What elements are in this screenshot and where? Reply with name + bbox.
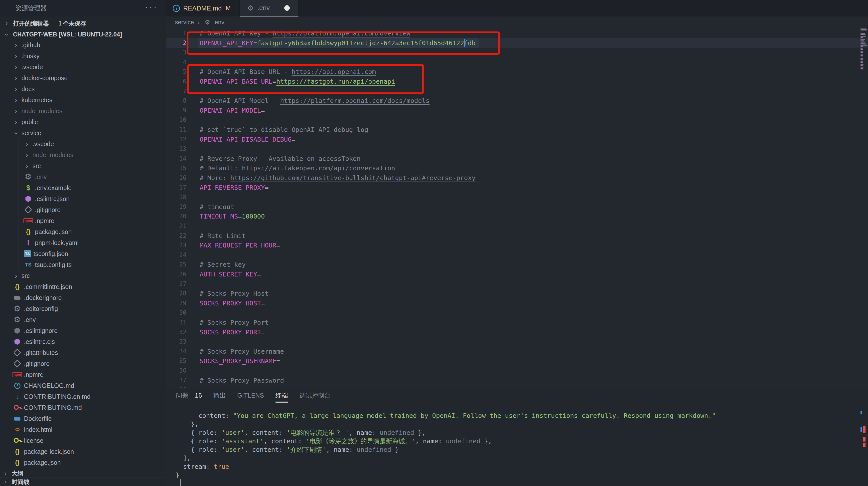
code-editor[interactable]: 1234567891011121314151617181920212223242… [166, 28, 868, 388]
tree-item-.dockerignore[interactable]: .dockerignore [0, 292, 166, 303]
tree-item-.env.example[interactable]: .env.example [0, 182, 166, 193]
code-line-22[interactable]: # Rate Limit [200, 231, 246, 241]
token-cm: # More: [200, 174, 230, 181]
code-line-32[interactable]: SOCKS_PROXY_PORT= [200, 327, 265, 337]
tree-item-.gitignore[interactable]: .gitignore [0, 358, 166, 369]
tree-item-.vscode[interactable]: ›.vscode [0, 138, 166, 149]
code-line-16[interactable]: # More: https://github.com/transitive-bu… [200, 173, 475, 183]
code-line-14[interactable]: # Reverse Proxy - Available on accessTok… [200, 154, 361, 164]
code-line-23[interactable]: MAX_REQUEST_PER_HOUR= [200, 240, 280, 250]
tree-item-label: .env.example [35, 182, 72, 193]
tree-item-.gitattributes[interactable]: .gitattributes [0, 347, 166, 358]
chevron-right-icon: › [24, 149, 30, 160]
code-line-38[interactable]: SOCKS_PROXY_PASSWORD= [200, 385, 280, 388]
code-line-9[interactable]: OPENAI_API_MODEL= [200, 106, 265, 115]
tree-item-package.json[interactable]: package.json [0, 457, 166, 468]
token-op: = [257, 270, 261, 278]
minimap-line-mark [861, 40, 864, 41]
tree-item-label: .vscode [32, 138, 54, 149]
breadcrumb-folder[interactable]: service [175, 19, 194, 26]
tree-item-.npmrc[interactable]: .npmrc [0, 369, 166, 380]
tree-item-contributing.en.md[interactable]: CONTRIBUTING.en.md [0, 391, 166, 402]
terminal-token-p: , content: [244, 446, 286, 453]
terminal-output[interactable]: content: "You are ChatGPT, a large langu… [176, 411, 716, 479]
code-line-19[interactable]: # timeout [200, 202, 234, 212]
code-line-11[interactable]: # set `true` to disable OpenAI API debug… [200, 125, 368, 135]
line-number: 36 [166, 366, 186, 376]
tree-item-contributing.md[interactable]: CONTRIBUTING.md [0, 402, 166, 413]
minimap[interactable] [860, 28, 868, 388]
tree-item-service[interactable]: ›service [0, 127, 166, 138]
tree-item-label: CHANGELOG.md [24, 380, 74, 391]
npm-icon [24, 217, 32, 225]
breadcrumb-file[interactable]: .env [213, 19, 224, 26]
tree-item-label: .gitignore [35, 204, 61, 215]
more-actions-icon[interactable]: ··· [145, 2, 158, 12]
code-line-37[interactable]: # Socks Proxy Password [200, 376, 284, 385]
panel-tab-终端[interactable]: 终端 [276, 388, 288, 403]
tree-item-.github[interactable]: ›.github [0, 39, 166, 51]
tree-item-license[interactable]: license [0, 435, 166, 446]
tree-item-package-lock.json[interactable]: package-lock.json [0, 446, 166, 457]
tree-item-changelog.md[interactable]: CHANGELOG.md [0, 380, 166, 391]
code-line-28[interactable]: # Socks Proxy Host [200, 289, 269, 298]
tree-item-docs[interactable]: ›docs [0, 83, 166, 94]
code-line-12[interactable]: OPENAI_API_DISABLE_DEBUG= [200, 135, 296, 144]
code-line-31[interactable]: # Socks Proxy Port [200, 318, 269, 327]
code-line-26[interactable]: AUTH_SECRET_KEY= [200, 269, 261, 279]
terminal-line-8: } [176, 471, 716, 479]
tree-item-docker-compose[interactable]: ›docker-compose [0, 73, 166, 83]
tree-item-dockerfile[interactable]: Dockerfile [0, 413, 166, 424]
tree-item-.editorconfig[interactable]: .editorconfig [0, 303, 166, 314]
tree-item-src[interactable]: ›src [0, 270, 166, 281]
tree-item-.eslintrc.cjs[interactable]: .eslintrc.cjs [0, 336, 166, 347]
tab-.env[interactable]: .env [240, 0, 299, 17]
open-editors-section[interactable]: ›打开的编辑器1 个未保存 [0, 18, 166, 28]
unsaved-dot-icon[interactable] [284, 5, 290, 11]
code-line-25[interactable]: # Secret key [200, 260, 246, 269]
line-number: 25 [166, 260, 186, 269]
terminal-token-p: { role: [176, 446, 221, 453]
panel-tab-label: 问题 [176, 391, 188, 400]
tree-item-.vscode[interactable]: ›.vscode [0, 61, 166, 73]
tree-item-.husky[interactable]: ›.husky [0, 51, 166, 61]
line-number: 5 [166, 67, 186, 77]
code-line-29[interactable]: SOCKS_PROXY_HOST= [200, 298, 265, 308]
panel-tab-问题[interactable]: 问题16 [176, 388, 202, 403]
tree-item-kubernetes[interactable]: ›kubernetes [0, 94, 166, 105]
code-line-15[interactable]: # Default: https://ai.fakeopen.com/api/c… [200, 163, 395, 173]
chevron-right-icon: › [13, 83, 19, 94]
tree-item-.commitlintrc.json[interactable]: .commitlintrc.json [0, 281, 166, 292]
tree-item-.eslintignore[interactable]: .eslintignore [0, 325, 166, 336]
tree-item-node_modules[interactable]: ›node_modules [0, 105, 166, 116]
tab-readme.md[interactable]: README.mdM [166, 0, 240, 17]
tree-item-.env[interactable]: .env [0, 171, 166, 182]
code-line-17[interactable]: API_REVERSE_PROXY= [200, 183, 269, 193]
tree-item-tsup.config.ts[interactable]: tsup.config.ts [0, 259, 166, 270]
panel-tab-输出[interactable]: 输出 [213, 388, 226, 403]
code-line-35[interactable]: SOCKS_PROXY_USERNAME= [200, 356, 280, 366]
code-line-8[interactable]: # OpenAI API Model - https://platform.op… [200, 96, 430, 106]
minimap-line-mark [861, 46, 863, 47]
tree-item-src[interactable]: ›src [0, 160, 166, 171]
code-line-20[interactable]: TIMEOUT_MS=100000 [200, 211, 265, 221]
tree-item-tsconfig.json[interactable]: tsconfig.json [0, 248, 166, 259]
tree-item-label: index.html [24, 424, 53, 435]
terminal-line-6: ], [176, 454, 716, 462]
project-root-section[interactable]: ›CHATGPT-WEB [WSL: UBUNTU-22.04] [0, 28, 166, 39]
tree-item-node_modules[interactable]: ›node_modules [0, 149, 166, 160]
timeline-section[interactable]: ›时间线 [0, 478, 166, 486]
tree-item-.npmrc[interactable]: .npmrc [0, 215, 166, 226]
tree-item-.gitignore[interactable]: .gitignore [0, 204, 166, 215]
tree-item-.eslintrc.json[interactable]: .eslintrc.json [0, 193, 166, 204]
tree-item-index.html[interactable]: index.html [0, 424, 166, 435]
tree-item-public[interactable]: ›public [0, 116, 166, 127]
tree-item-package.json[interactable]: package.json [0, 226, 166, 237]
breadcrumb[interactable]: service › .env [166, 17, 868, 28]
code-line-34[interactable]: # Socks Proxy Username [200, 347, 284, 356]
panel-tab-gitlens[interactable]: GITLENS [237, 388, 264, 403]
outline-section[interactable]: ›大纲 [0, 469, 166, 478]
tree-item-.env[interactable]: .env [0, 314, 166, 325]
tree-item-pnpm-lock.yaml[interactable]: pnpm-lock.yaml [0, 237, 166, 248]
panel-tab-调试控制台[interactable]: 调试控制台 [300, 388, 331, 403]
